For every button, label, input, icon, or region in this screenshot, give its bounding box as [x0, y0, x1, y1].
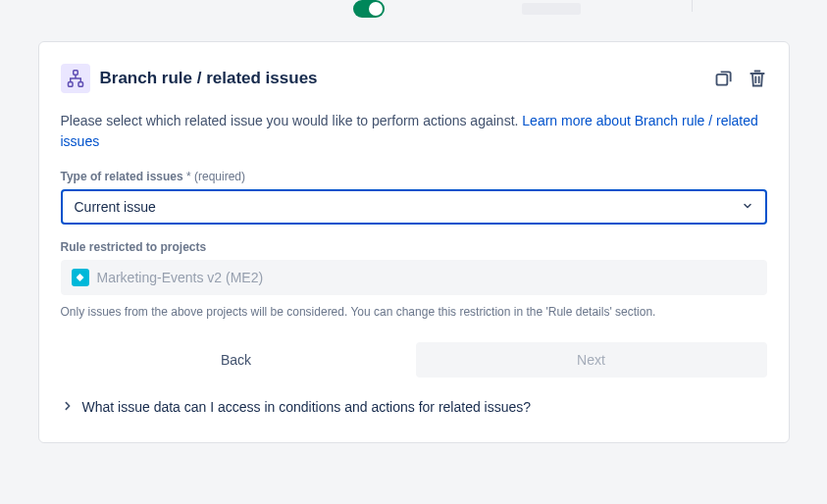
header-remnant-box [522, 3, 581, 15]
chevron-down-icon [742, 199, 753, 215]
chevron-right-icon [63, 400, 73, 414]
related-issues-label: Type of related issues * (required) [61, 170, 767, 183]
projects-label: Rule restricted to projects [61, 240, 767, 254]
related-issues-select[interactable]: Current issue [61, 189, 767, 225]
projects-helper: Only issues from the above projects will… [61, 305, 767, 319]
back-button[interactable]: Back [61, 342, 412, 378]
next-button[interactable]: Next [416, 342, 767, 378]
delete-icon[interactable] [748, 69, 767, 88]
svg-rect-2 [78, 82, 83, 87]
projects-field[interactable]: Marketing-Events v2 (ME2) [61, 260, 767, 295]
duplicate-icon[interactable] [714, 69, 734, 88]
svg-rect-3 [716, 75, 727, 85]
project-name: Marketing-Events v2 (ME2) [97, 270, 264, 285]
card-title: Branch rule / related issues [100, 69, 318, 88]
svg-rect-0 [73, 71, 78, 76]
svg-rect-1 [68, 82, 73, 87]
expand-label: What issue data can I access in conditio… [82, 399, 532, 415]
divider [692, 0, 693, 12]
branch-rule-icon [61, 64, 90, 93]
description-text: Please select which related issue you wo… [61, 113, 523, 128]
issue-data-expand[interactable]: What issue data can I access in conditio… [61, 393, 767, 421]
automation-toggle[interactable] [353, 0, 385, 18]
select-value: Current issue [75, 199, 156, 215]
branch-rule-card: Branch rule / related issues Please sele… [38, 41, 790, 443]
project-icon [72, 269, 89, 286]
description: Please select which related issue you wo… [61, 111, 767, 152]
